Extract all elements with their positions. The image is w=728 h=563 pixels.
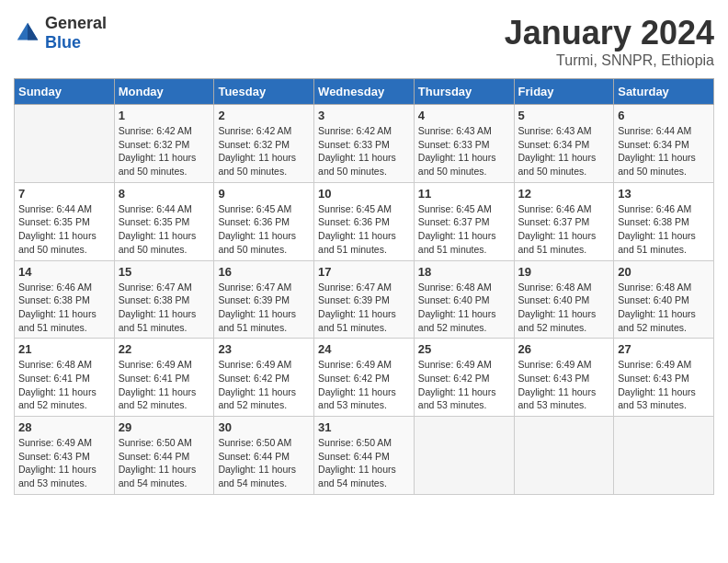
day-cell: 7Sunrise: 6:44 AM Sunset: 6:35 PM Daylig… <box>15 182 115 260</box>
day-cell: 6Sunrise: 6:44 AM Sunset: 6:34 PM Daylig… <box>614 105 714 183</box>
logo-icon <box>14 19 41 47</box>
day-number: 27 <box>618 342 710 356</box>
day-cell: 27Sunrise: 6:49 AM Sunset: 6:43 PM Dayli… <box>614 339 714 417</box>
day-info: Sunrise: 6:50 AM Sunset: 6:44 PM Dayligh… <box>218 436 310 490</box>
day-number: 31 <box>318 420 410 434</box>
day-number: 28 <box>18 420 110 434</box>
day-cell: 31Sunrise: 6:50 AM Sunset: 6:44 PM Dayli… <box>314 417 415 495</box>
day-info: Sunrise: 6:46 AM Sunset: 6:38 PM Dayligh… <box>618 202 710 257</box>
day-info: Sunrise: 6:48 AM Sunset: 6:40 PM Dayligh… <box>418 281 510 335</box>
day-cell: 17Sunrise: 6:47 AM Sunset: 6:39 PM Dayli… <box>314 260 415 339</box>
day-cell: 15Sunrise: 6:47 AM Sunset: 6:38 PM Dayli… <box>114 260 214 339</box>
day-info: Sunrise: 6:44 AM Sunset: 6:34 PM Dayligh… <box>618 124 710 178</box>
day-number: 1 <box>119 109 210 122</box>
logo: General Blue <box>14 14 107 52</box>
day-number: 16 <box>218 265 310 279</box>
day-cell: 30Sunrise: 6:50 AM Sunset: 6:44 PM Dayli… <box>214 417 314 495</box>
day-cell: 2Sunrise: 6:42 AM Sunset: 6:32 PM Daylig… <box>214 105 314 183</box>
day-info: Sunrise: 6:49 AM Sunset: 6:42 PM Dayligh… <box>418 358 510 412</box>
title-block: January 2024 Turmi, SNNPR, Ethiopia <box>505 14 714 69</box>
header-row: SundayMondayTuesdayWednesdayThursdayFrid… <box>15 79 714 105</box>
day-cell: 9Sunrise: 6:45 AM Sunset: 6:36 PM Daylig… <box>214 182 314 260</box>
day-number: 3 <box>318 109 410 122</box>
day-number: 17 <box>318 265 410 279</box>
day-number: 12 <box>518 187 610 201</box>
col-header-friday: Friday <box>514 79 614 105</box>
day-cell <box>15 105 115 183</box>
day-info: Sunrise: 6:49 AM Sunset: 6:42 PM Dayligh… <box>318 358 410 412</box>
day-number: 19 <box>518 265 610 279</box>
day-cell <box>514 417 614 495</box>
day-info: Sunrise: 6:46 AM Sunset: 6:37 PM Dayligh… <box>518 202 610 257</box>
day-info: Sunrise: 6:49 AM Sunset: 6:43 PM Dayligh… <box>518 358 610 412</box>
day-info: Sunrise: 6:45 AM Sunset: 6:36 PM Dayligh… <box>318 202 410 257</box>
day-cell <box>614 417 714 495</box>
day-number: 14 <box>18 265 110 279</box>
day-number: 7 <box>18 187 110 201</box>
day-number: 25 <box>418 342 510 356</box>
day-number: 20 <box>618 265 710 279</box>
day-cell: 23Sunrise: 6:49 AM Sunset: 6:42 PM Dayli… <box>214 339 314 417</box>
day-info: Sunrise: 6:49 AM Sunset: 6:43 PM Dayligh… <box>618 358 710 412</box>
day-info: Sunrise: 6:43 AM Sunset: 6:33 PM Dayligh… <box>418 124 510 178</box>
day-number: 2 <box>218 109 310 122</box>
day-cell: 26Sunrise: 6:49 AM Sunset: 6:43 PM Dayli… <box>514 339 614 417</box>
day-cell: 13Sunrise: 6:46 AM Sunset: 6:38 PM Dayli… <box>614 182 714 260</box>
day-info: Sunrise: 6:48 AM Sunset: 6:40 PM Dayligh… <box>518 281 610 335</box>
week-row-2: 7Sunrise: 6:44 AM Sunset: 6:35 PM Daylig… <box>15 182 714 260</box>
day-number: 11 <box>418 187 510 201</box>
day-number: 13 <box>618 187 710 201</box>
day-cell: 1Sunrise: 6:42 AM Sunset: 6:32 PM Daylig… <box>114 105 214 183</box>
day-number: 9 <box>218 187 310 201</box>
day-number: 15 <box>119 265 210 279</box>
day-cell: 24Sunrise: 6:49 AM Sunset: 6:42 PM Dayli… <box>314 339 415 417</box>
day-cell: 3Sunrise: 6:42 AM Sunset: 6:33 PM Daylig… <box>314 105 415 183</box>
day-info: Sunrise: 6:47 AM Sunset: 6:39 PM Dayligh… <box>218 281 310 335</box>
day-info: Sunrise: 6:42 AM Sunset: 6:32 PM Dayligh… <box>218 124 310 178</box>
day-info: Sunrise: 6:44 AM Sunset: 6:35 PM Dayligh… <box>18 202 110 257</box>
day-info: Sunrise: 6:42 AM Sunset: 6:33 PM Dayligh… <box>318 124 410 178</box>
day-info: Sunrise: 6:46 AM Sunset: 6:38 PM Dayligh… <box>18 281 110 335</box>
day-info: Sunrise: 6:50 AM Sunset: 6:44 PM Dayligh… <box>318 436 410 490</box>
day-cell: 22Sunrise: 6:49 AM Sunset: 6:41 PM Dayli… <box>114 339 214 417</box>
day-cell: 20Sunrise: 6:48 AM Sunset: 6:40 PM Dayli… <box>614 260 714 339</box>
day-info: Sunrise: 6:45 AM Sunset: 6:36 PM Dayligh… <box>218 202 310 257</box>
week-row-3: 14Sunrise: 6:46 AM Sunset: 6:38 PM Dayli… <box>15 260 714 339</box>
page-header: General Blue January 2024 Turmi, SNNPR, … <box>14 14 714 69</box>
day-number: 23 <box>218 342 310 356</box>
day-cell: 28Sunrise: 6:49 AM Sunset: 6:43 PM Dayli… <box>15 417 115 495</box>
day-cell: 4Sunrise: 6:43 AM Sunset: 6:33 PM Daylig… <box>414 105 514 183</box>
day-info: Sunrise: 6:45 AM Sunset: 6:37 PM Dayligh… <box>418 202 510 257</box>
day-cell: 10Sunrise: 6:45 AM Sunset: 6:36 PM Dayli… <box>314 182 415 260</box>
day-number: 5 <box>518 109 610 122</box>
col-header-monday: Monday <box>114 79 214 105</box>
col-header-wednesday: Wednesday <box>314 79 415 105</box>
col-header-tuesday: Tuesday <box>214 79 314 105</box>
week-row-5: 28Sunrise: 6:49 AM Sunset: 6:43 PM Dayli… <box>15 417 714 495</box>
day-cell: 12Sunrise: 6:46 AM Sunset: 6:37 PM Dayli… <box>514 182 614 260</box>
day-info: Sunrise: 6:44 AM Sunset: 6:35 PM Dayligh… <box>119 202 210 257</box>
day-cell: 8Sunrise: 6:44 AM Sunset: 6:35 PM Daylig… <box>114 182 214 260</box>
day-cell: 21Sunrise: 6:48 AM Sunset: 6:41 PM Dayli… <box>15 339 115 417</box>
day-info: Sunrise: 6:47 AM Sunset: 6:39 PM Dayligh… <box>318 281 410 335</box>
week-row-4: 21Sunrise: 6:48 AM Sunset: 6:41 PM Dayli… <box>15 339 714 417</box>
day-info: Sunrise: 6:49 AM Sunset: 6:43 PM Dayligh… <box>18 436 110 490</box>
subtitle: Turmi, SNNPR, Ethiopia <box>505 52 714 69</box>
day-number: 18 <box>418 265 510 279</box>
day-number: 4 <box>418 109 510 122</box>
day-number: 6 <box>618 109 710 122</box>
svg-marker-1 <box>28 23 38 40</box>
day-number: 8 <box>119 187 210 201</box>
day-number: 24 <box>318 342 410 356</box>
logo-general: General <box>45 14 107 32</box>
day-info: Sunrise: 6:50 AM Sunset: 6:44 PM Dayligh… <box>119 436 210 490</box>
day-info: Sunrise: 6:43 AM Sunset: 6:34 PM Dayligh… <box>518 124 610 178</box>
col-header-sunday: Sunday <box>15 79 115 105</box>
day-number: 22 <box>119 342 210 356</box>
col-header-saturday: Saturday <box>614 79 714 105</box>
day-number: 10 <box>318 187 410 201</box>
day-info: Sunrise: 6:47 AM Sunset: 6:38 PM Dayligh… <box>119 281 210 335</box>
day-cell: 29Sunrise: 6:50 AM Sunset: 6:44 PM Dayli… <box>114 417 214 495</box>
main-title: January 2024 <box>505 14 714 52</box>
day-info: Sunrise: 6:42 AM Sunset: 6:32 PM Dayligh… <box>119 124 210 178</box>
